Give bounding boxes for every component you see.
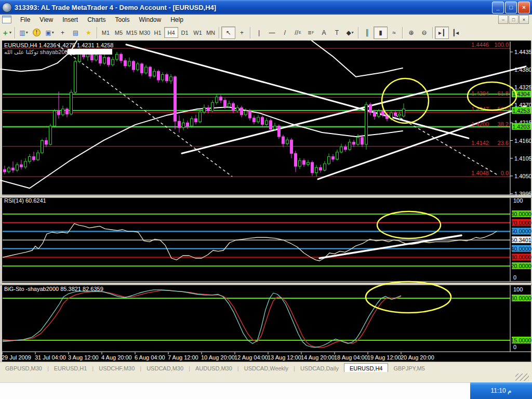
timeframe-m30-button[interactable]: M30 — [138, 28, 151, 37]
candle-body — [95, 55, 98, 60]
candle-body — [74, 62, 77, 92]
profiles-button[interactable]: ▥▾ — [17, 27, 30, 38]
timeframe-w1-button[interactable]: W1 — [191, 28, 204, 37]
candle-body — [315, 168, 318, 173]
candle-body — [162, 74, 164, 80]
candle-body — [29, 157, 31, 162]
candle-body — [394, 113, 397, 115]
tab-eurusd-h1[interactable]: EURUSD,H1 — [49, 364, 92, 373]
tab-usdchf-m30[interactable]: USDCHF,M30 — [94, 364, 140, 373]
menu-bar: FileViewInsertChartsToolsWindowHelp –□× — [0, 15, 532, 25]
vertical-line-button[interactable]: | — [252, 27, 265, 38]
candle-body — [24, 162, 27, 167]
menu-charts[interactable]: Charts — [83, 15, 110, 24]
menu-window[interactable]: Window — [135, 15, 166, 24]
tab-usdcad-daily[interactable]: USDCAD,Daily — [295, 364, 344, 373]
timeframe-h4-button[interactable]: H4 — [164, 27, 178, 38]
profiles-icon: ▥ — [19, 30, 25, 36]
chart-background[interactable] — [0, 41, 532, 362]
favorites-button[interactable]: ★ — [82, 27, 95, 38]
fib-pct-label: 38.2 — [498, 121, 509, 127]
tab-gbpjpy-m5[interactable]: GBPJPY,M5 — [388, 364, 430, 373]
candle-body — [41, 141, 44, 153]
mdi-minimize-button[interactable]: – — [498, 15, 508, 24]
restore-button[interactable]: □ — [505, 2, 517, 14]
sto-level-badge-label: 80.0000 — [511, 295, 531, 301]
tile-windows-button[interactable]: ▣▾ — [43, 27, 56, 38]
trendline-button[interactable]: / — [278, 27, 291, 38]
candle-body — [398, 114, 401, 115]
menu-file[interactable]: File — [16, 15, 35, 24]
menu-help[interactable]: Help — [166, 15, 188, 24]
text-button[interactable]: A — [317, 27, 330, 38]
toolbar-separator — [358, 27, 359, 38]
line-chart-button[interactable]: ≈ — [388, 27, 401, 38]
bar-chart-icon: ║ — [365, 30, 369, 36]
candle-body — [120, 54, 123, 60]
candle-body — [241, 108, 243, 115]
auto-scroll-button[interactable]: ▸┃ — [435, 26, 449, 39]
tab-usdcad-m30[interactable]: USDCAD,M30 — [141, 364, 189, 373]
arrows-button[interactable]: ◆▾ — [343, 27, 356, 38]
timeframe-h1-button[interactable]: H1 — [151, 28, 164, 37]
trendline-icon: / — [284, 30, 286, 36]
candle-body — [253, 118, 256, 122]
minimize-button[interactable]: _ — [492, 2, 504, 14]
taskbar-clock[interactable]: 11:10 م — [470, 382, 532, 399]
candle-body — [20, 165, 23, 167]
fibonacci-button[interactable]: ≡F — [304, 27, 317, 38]
chart-area[interactable]: EURUSD,H4 1.4236 1.4275 1.4231 1.4258توك… — [0, 41, 532, 362]
candle-body — [4, 169, 6, 171]
tab-eurusd-h4[interactable]: EURUSD,H4 — [344, 363, 389, 373]
timeframe-d1-button[interactable]: D1 — [178, 28, 191, 37]
menu-insert[interactable]: Insert — [58, 15, 83, 24]
candle-body — [58, 111, 60, 114]
tab-usdcad-weekly[interactable]: USDCAD,Weekly — [239, 364, 294, 373]
mdi-close-button[interactable]: × — [519, 15, 529, 24]
time-axis-label: 19 Aug 12:00 — [367, 354, 401, 361]
candle-body — [157, 71, 160, 80]
chart-shift-button[interactable]: ┃◂ — [449, 27, 462, 38]
censored-email-box — [68, 49, 112, 55]
timeframe-m1-button[interactable]: M1 — [99, 28, 112, 37]
price-badge-label: 1.4253 — [512, 108, 530, 114]
candle-body — [290, 140, 293, 153]
fib-price-label: 1.4142 — [471, 140, 489, 146]
alert-button[interactable]: ! — [30, 27, 43, 38]
resize-grip-icon[interactable] — [515, 374, 529, 381]
candle-body — [99, 55, 102, 63]
timeframe-m5-button[interactable]: M5 — [112, 28, 125, 37]
horizontal-line-button[interactable]: — — [265, 27, 278, 38]
candle-body — [278, 126, 281, 137]
candlestick-chart-button[interactable]: ▮ — [374, 26, 388, 39]
zoom-out-button[interactable]: ⊖ — [418, 27, 431, 38]
time-axis-label: 13 Aug 12:00 — [268, 354, 301, 361]
crosshair-button[interactable]: + — [235, 27, 248, 38]
toolbar-separator — [97, 27, 98, 38]
close-button[interactable]: × — [518, 2, 530, 14]
candle-body — [369, 104, 372, 112]
chart-canvas[interactable]: EURUSD,H4 1.4236 1.4275 1.4231 1.4258توك… — [0, 41, 532, 362]
data-window-button[interactable]: ▤ — [69, 27, 82, 38]
timeframe-m15-button[interactable]: M15 — [125, 28, 138, 37]
bar-chart-button[interactable]: ║ — [361, 27, 374, 38]
zoom-in-button[interactable]: ⊕ — [405, 27, 418, 38]
candle-body — [236, 108, 239, 111]
crosshair-target-icon: + — [61, 30, 64, 36]
time-axis-label: 18 Aug 04:00 — [334, 354, 368, 361]
menu-view[interactable]: View — [35, 15, 58, 24]
cursor-button[interactable]: ↖ — [221, 26, 235, 39]
tab-gbpusd-m30[interactable]: GBPUSD,M30 — [0, 364, 47, 373]
mdi-restore-button[interactable]: □ — [509, 15, 518, 24]
fibonacci-icon: ≡ — [308, 30, 311, 36]
channel-button[interactable]: //E — [291, 27, 304, 38]
new-chart-button[interactable]: ＋▾ — [0, 27, 13, 38]
candle-body — [344, 147, 347, 150]
tab-audusd-m30[interactable]: AUDUSD,M30 — [190, 364, 237, 373]
crosshair-target-button[interactable]: + — [56, 27, 69, 38]
menu-tools[interactable]: Tools — [111, 15, 135, 24]
timeframe-mn-button[interactable]: MN — [204, 28, 217, 37]
text-label-button[interactable]: T — [330, 27, 343, 38]
toolbar: ＋▾▥▾!▣▾+▤★M1M5M15M30H1H4D1W1MN↖+|—///E≡F… — [0, 24, 532, 41]
fib-pct-label: 61.8 — [498, 90, 509, 97]
